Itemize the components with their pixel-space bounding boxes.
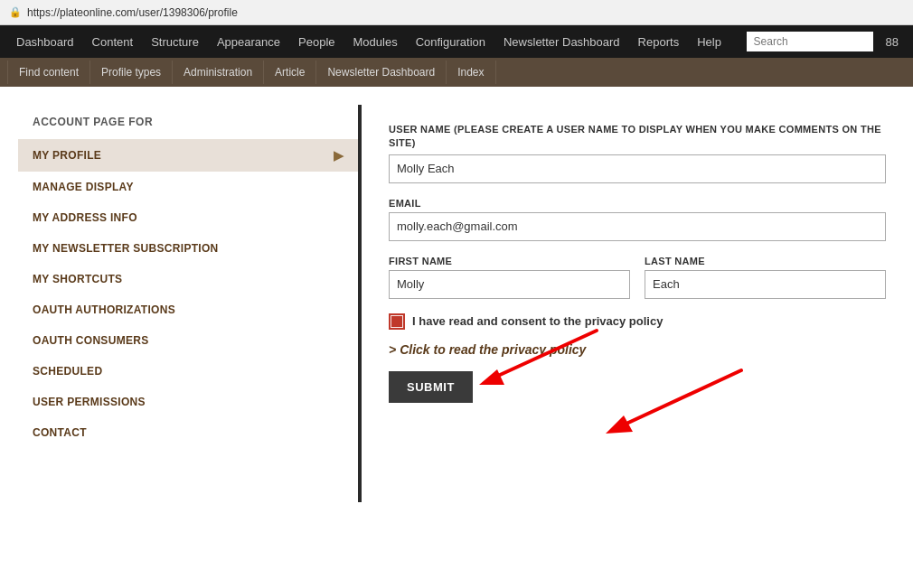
url-text: https://plateonline.com/user/1398306/pro… xyxy=(27,6,238,19)
sub-nav-newsletter-dashboard[interactable]: Newsletter Dashboard xyxy=(316,61,447,84)
svg-line-0 xyxy=(615,370,741,429)
sidebar-item-user-permissions[interactable]: User Permissions xyxy=(18,387,358,417)
username-field-group: USER NAME (PLEASE CREATE A USER NAME TO … xyxy=(389,123,886,183)
sidebar-item-my-address-info[interactable]: My Address Info xyxy=(18,202,358,233)
nav-item-dashboard[interactable]: Dashboard xyxy=(7,28,83,56)
sidebar-item-oauth-authorizations[interactable]: OAuth Authorizations xyxy=(18,294,358,325)
form-area: USER NAME (PLEASE CREATE A USER NAME TO … xyxy=(362,105,913,502)
account-label: ACCOUNT PAGE FOR xyxy=(18,105,358,139)
lock-icon: 🔒 xyxy=(9,6,22,18)
submit-container: SUBMIT xyxy=(389,371,473,403)
first-name-field: FIRST NAME xyxy=(389,256,630,299)
sidebar-item-scheduled[interactable]: Scheduled xyxy=(18,356,358,387)
privacy-checkbox-inner xyxy=(391,316,402,327)
sub-nav-administration[interactable]: Administration xyxy=(173,61,264,84)
privacy-policy-link[interactable]: Click to read the privacy policy xyxy=(389,342,886,357)
email-label: EMAIL xyxy=(389,198,886,209)
last-name-input[interactable] xyxy=(645,270,886,299)
last-name-field: LAST NAME xyxy=(645,256,886,299)
nav-item-modules[interactable]: Modules xyxy=(344,28,407,56)
email-field-group: EMAIL xyxy=(389,198,886,241)
nav-item-appearance[interactable]: Appearance xyxy=(208,28,289,56)
nav-item-content[interactable]: Content xyxy=(83,28,143,56)
nav-item-newsletter-dashboard[interactable]: Newsletter Dashboard xyxy=(494,28,629,56)
search-box: 88 xyxy=(747,32,906,51)
sidebar-item-my-newsletter-subscription[interactable]: My Newsletter Subscription xyxy=(18,233,358,264)
nav-item-structure[interactable]: Structure xyxy=(142,28,208,56)
sub-nav-index[interactable]: Index xyxy=(447,61,495,84)
submit-button[interactable]: SUBMIT xyxy=(389,371,473,403)
user-badge: 88 xyxy=(879,35,906,49)
svg-marker-1 xyxy=(606,415,633,434)
nav-item-reports[interactable]: Reports xyxy=(629,28,689,56)
main-content: ACCOUNT PAGE FOR My Profile Manage Displ… xyxy=(0,87,913,520)
search-input[interactable] xyxy=(747,32,873,51)
sidebar-item-oauth-consumers[interactable]: OAuth Consumers xyxy=(18,325,358,356)
first-name-label: FIRST NAME xyxy=(389,256,630,266)
username-label: USER NAME (PLEASE CREATE A USER NAME TO … xyxy=(389,123,886,151)
submit-arrow-annotation xyxy=(461,326,606,389)
last-name-label: LAST NAME xyxy=(645,256,886,266)
username-input[interactable] xyxy=(389,154,886,183)
top-nav: Dashboard Content Structure Appearance P… xyxy=(0,25,913,58)
sidebar: ACCOUNT PAGE FOR My Profile Manage Displ… xyxy=(0,105,362,502)
email-input[interactable] xyxy=(389,212,886,241)
sidebar-item-contact[interactable]: Contact xyxy=(18,417,358,448)
address-bar: 🔒 https://plateonline.com/user/1398306/p… xyxy=(0,0,913,25)
name-row: FIRST NAME LAST NAME xyxy=(389,256,886,299)
svg-marker-3 xyxy=(479,369,504,385)
nav-item-help[interactable]: Help xyxy=(688,28,730,56)
nav-item-configuration[interactable]: Configuration xyxy=(407,28,494,56)
privacy-checkbox-label: I have read and consent to the privacy p… xyxy=(412,314,663,328)
privacy-checkbox-wrapper xyxy=(389,313,405,330)
sub-nav: Find content Profile types Administratio… xyxy=(0,58,913,87)
sub-nav-profile-types[interactable]: Profile types xyxy=(90,61,173,84)
first-name-input[interactable] xyxy=(389,270,630,299)
sidebar-item-manage-display[interactable]: Manage Display xyxy=(18,172,358,202)
sub-nav-article[interactable]: Article xyxy=(264,61,316,84)
sidebar-item-my-shortcuts[interactable]: My Shortcuts xyxy=(18,264,358,294)
sidebar-item-my-profile[interactable]: My Profile xyxy=(18,139,358,172)
nav-item-people[interactable]: People xyxy=(289,28,344,56)
red-arrow-annotation xyxy=(560,361,759,443)
privacy-checkbox-row: I have read and consent to the privacy p… xyxy=(389,313,886,330)
sub-nav-find-content[interactable]: Find content xyxy=(7,61,90,84)
